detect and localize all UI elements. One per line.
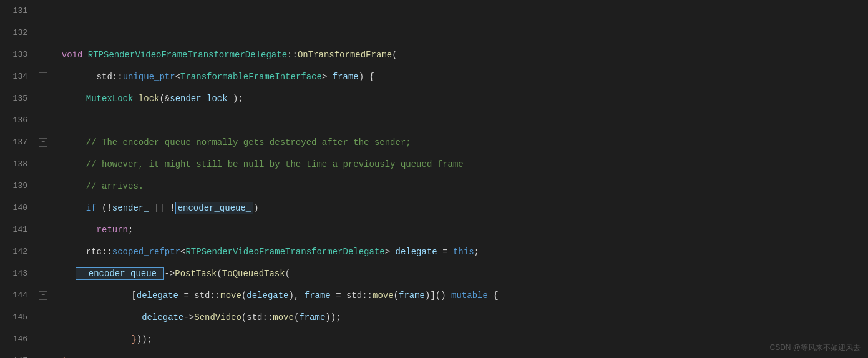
line-number: 142	[0, 247, 37, 256]
token: RTPSenderVideoFrameTransformerDelegate	[88, 50, 287, 60]
token: std	[76, 72, 112, 82]
token: lock	[139, 94, 160, 104]
token: delegate	[137, 291, 178, 301]
code-content: return;	[49, 225, 868, 235]
token: || !	[149, 203, 175, 213]
line-number: 145	[0, 312, 37, 322]
code-content: if (!sender_ || !encoder_queue_)	[49, 202, 868, 214]
token: delegate	[100, 312, 183, 322]
token: (&	[159, 94, 170, 104]
token: =	[178, 291, 194, 301]
token: ::	[362, 291, 373, 301]
token: this	[453, 247, 474, 257]
token: TransformableFrameInterface	[180, 72, 322, 82]
token: ToQueuedTask	[222, 269, 285, 279]
code-content: // arrives.	[49, 181, 868, 191]
token: >	[385, 247, 396, 257]
token: (	[394, 291, 399, 301]
token: return	[76, 225, 128, 235]
token: (	[392, 50, 397, 60]
token: (	[241, 312, 246, 322]
token: ::	[112, 72, 123, 82]
token: SendVideo	[194, 312, 241, 322]
token: delegate	[396, 247, 437, 257]
token	[100, 334, 131, 344]
fold-gutter[interactable]: −	[37, 138, 49, 147]
line-number: 138	[0, 159, 37, 169]
token: {	[493, 291, 498, 301]
code-line: 136	[0, 109, 868, 131]
token: // however, it might still be null by th…	[76, 159, 464, 169]
line-number: 146	[0, 334, 37, 344]
token: ->	[164, 269, 175, 279]
line-number: 134	[0, 72, 37, 81]
token: (	[241, 291, 246, 301]
line-number: 143	[0, 269, 37, 278]
code-content: [delegate = std::move(delegate), frame =…	[49, 291, 868, 301]
line-number: 141	[0, 225, 37, 234]
token: }	[131, 334, 136, 344]
token: (	[285, 269, 290, 279]
fold-gutter[interactable]: −	[37, 72, 49, 81]
code-content: encoder_queue_->PostTask(ToQueuedTask(	[49, 267, 868, 280]
token: move	[273, 312, 294, 322]
token: (	[217, 269, 222, 279]
code-line: 132	[0, 22, 868, 44]
token: [	[100, 291, 137, 301]
line-number: 137	[0, 137, 37, 147]
code-line: 147 }	[0, 350, 868, 358]
line-number: 139	[0, 181, 37, 191]
code-line: 144− [delegate = std::move(delegate), fr…	[0, 284, 868, 306]
token: =	[331, 291, 346, 301]
token: RTPSenderVideoFrameTransformerDelegate	[185, 247, 384, 257]
code-content: MutexLock lock(&sender_lock_);	[49, 94, 868, 104]
token: rtc::	[76, 247, 112, 257]
code-line: 133 void RTPSenderVideoFrameTransformerD…	[0, 44, 868, 66]
token: ;	[474, 247, 479, 257]
line-number: 144	[0, 291, 37, 300]
code-content: rtc::scoped_refptr<RTPSenderVideoFrameTr…	[49, 247, 868, 257]
token: ;	[128, 225, 133, 235]
token: ));	[137, 334, 152, 344]
token: // The encoder queue normally gets destr…	[76, 137, 411, 147]
token: sender_	[112, 203, 149, 213]
token: ->	[183, 312, 194, 322]
token: ::	[210, 291, 220, 301]
code-line: 141 return;	[0, 219, 868, 241]
code-line: 135 MutexLock lock(&sender_lock_);	[0, 87, 868, 109]
code-line: 140 if (!sender_ || !encoder_queue_)	[0, 197, 868, 219]
token: );	[233, 94, 243, 104]
token: unique_ptr	[123, 72, 175, 82]
code-line: 146 }));	[0, 328, 868, 350]
token: PostTask	[175, 269, 217, 279]
token: ) {	[359, 72, 374, 82]
token: void	[51, 50, 88, 60]
code-content: // The encoder queue normally gets destr…	[49, 137, 868, 147]
code-content: }));	[49, 334, 868, 344]
token: <	[175, 72, 180, 82]
token: ));	[325, 312, 341, 322]
fold-gutter[interactable]: −	[37, 291, 49, 300]
code-content: }	[49, 356, 868, 359]
token: <	[180, 247, 185, 257]
token: ::	[287, 50, 298, 60]
code-line: 134− std::unique_ptr<TransformableFrameI…	[0, 66, 868, 87]
token: ::	[262, 312, 273, 322]
line-number: 135	[0, 94, 37, 103]
token: frame	[399, 291, 425, 301]
code-content: delegate->SendVideo(std::move(frame));	[49, 312, 868, 322]
code-line: 139 // arrives.	[0, 175, 868, 197]
code-line: 142 rtc::scoped_refptr<RTPSenderVideoFra…	[0, 241, 868, 262]
token: delegate	[246, 291, 288, 301]
line-number: 140	[0, 203, 37, 212]
token: OnTransformedFrame	[298, 50, 392, 60]
token: std	[194, 291, 210, 301]
code-content: void RTPSenderVideoFrameTransformerDeleg…	[49, 50, 868, 60]
token: std	[346, 291, 362, 301]
token: scoped_refptr	[112, 247, 180, 257]
code-editor: 131132133 void RTPSenderVideoFrameTransf…	[0, 0, 868, 358]
token: (	[294, 312, 299, 322]
line-number: 131	[0, 6, 37, 16]
watermark: CSDN @等风来不如迎风去	[769, 342, 861, 353]
token: std	[246, 312, 262, 322]
